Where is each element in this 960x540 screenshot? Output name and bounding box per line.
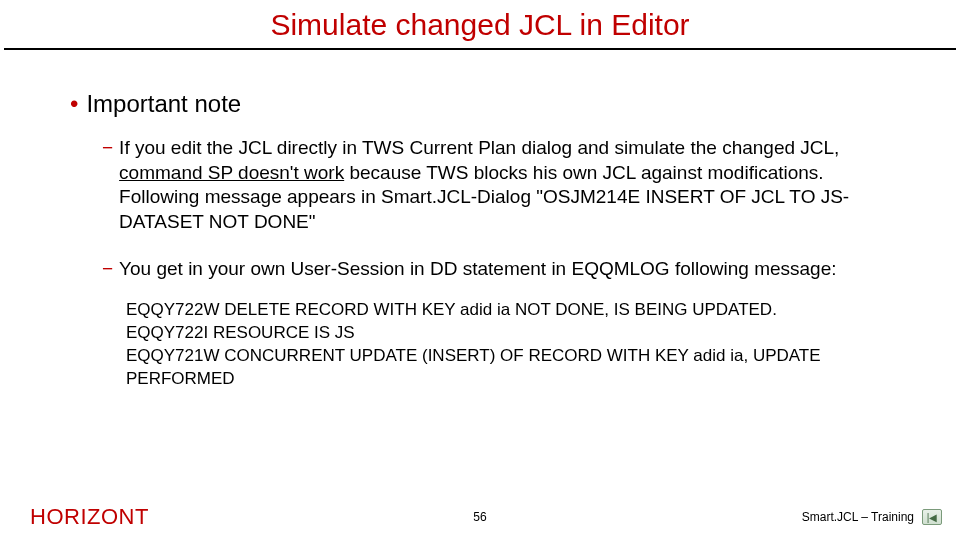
footer-product: Smart.JCL – Training (802, 510, 914, 524)
log-message-block: EQQY722W DELETE RECORD WITH KEY adid ia … (126, 299, 880, 391)
text-fragment: If you edit the JCL directly in TWS Curr… (119, 137, 839, 158)
footer: HORIZONT 56 Smart.JCL – Training |◀ (0, 504, 960, 530)
nav-first-icon[interactable]: |◀ (922, 509, 942, 525)
bullet-level1-text: Important note (86, 90, 241, 118)
log-line: EQQY722W DELETE RECORD WITH KEY adid ia … (126, 299, 880, 322)
slide-body: • Important note − If you edit the JCL d… (0, 50, 960, 540)
bullet-level1: • Important note (70, 90, 890, 118)
footer-brand: HORIZONT (30, 504, 149, 530)
bullet-level2-item: − You get in your own User-Session in DD… (102, 257, 890, 282)
bullet-level2-text: You get in your own User-Session in DD s… (119, 257, 836, 282)
slide: Simulate changed JCL in Editor • Importa… (0, 0, 960, 540)
log-line: EQQY722I RESOURCE IS JS (126, 322, 880, 345)
bullet-dot-icon: • (70, 90, 78, 118)
page-number: 56 (473, 510, 486, 524)
bullet-level2-text: If you edit the JCL directly in TWS Curr… (119, 136, 890, 235)
bullet-level2-item: − If you edit the JCL directly in TWS Cu… (102, 136, 890, 235)
underlined-text: command SP doesn't work (119, 162, 344, 183)
log-line: EQQY721W CONCURRENT UPDATE (INSERT) OF R… (126, 345, 880, 391)
slide-title: Simulate changed JCL in Editor (0, 0, 960, 48)
bullet-dash-icon: − (102, 136, 113, 235)
bullet-dash-icon: − (102, 257, 113, 282)
footer-right: Smart.JCL – Training |◀ (802, 509, 942, 525)
text-fragment: " (309, 211, 316, 232)
